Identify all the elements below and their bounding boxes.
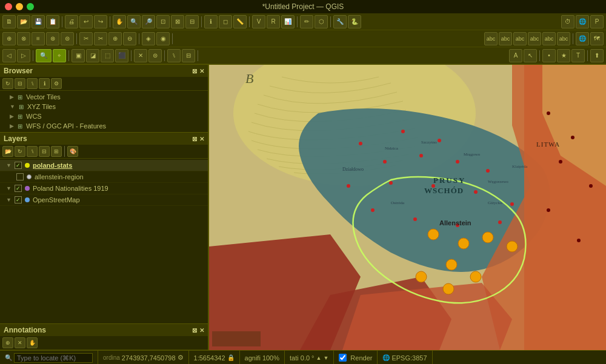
form-button[interactable]: ⊟ (182, 49, 195, 62)
layers-collapse-button[interactable]: ⊟ (39, 146, 50, 157)
add-csv-button[interactable]: 📊 (281, 15, 295, 28)
annotation-add-button[interactable]: ⊕ (2, 337, 13, 348)
layers-settings-icon[interactable]: ✕ (199, 136, 204, 142)
save-project-button[interactable]: 💾 (32, 15, 45, 28)
zoom-layer-button[interactable]: ⊟ (185, 15, 199, 28)
edit-btn-3[interactable]: ⊕ (108, 32, 122, 45)
annotations-settings-icon[interactable]: ✕ (199, 327, 204, 334)
star-button[interactable]: ★ (557, 49, 570, 62)
layers-collapse-icon[interactable]: ⊠ (192, 136, 197, 142)
layer-check-2[interactable] (16, 173, 24, 180)
layers-expand-button[interactable]: ⊞ (51, 146, 62, 157)
label-btn-2[interactable]: abc (499, 32, 512, 45)
label-btn-4[interactable]: abc (528, 32, 541, 45)
layer-btn-2[interactable]: ⊗ (17, 32, 30, 45)
annotation-del-button[interactable]: ✕ (15, 337, 25, 348)
add-vector-button[interactable]: V (252, 15, 265, 28)
zoom-full-button[interactable]: ⊡ (156, 15, 170, 28)
zoom-out-button[interactable]: 🔎 (142, 15, 155, 28)
zoom-in-button[interactable]: 🔍 (127, 15, 141, 28)
print-button[interactable]: 🖨 (65, 15, 78, 28)
maximize-button[interactable] (27, 3, 34, 10)
select-tool-4[interactable]: ⬛ (115, 49, 128, 62)
search-highlight-button[interactable]: ⌖ (53, 49, 66, 62)
browser-refresh[interactable]: ↻ (2, 78, 13, 89)
layer-check-1[interactable]: ✓ (15, 162, 22, 169)
browser-settings-icon[interactable]: ✕ (199, 68, 204, 74)
layer-item-allenstein[interactable]: allenstein-region (0, 171, 208, 183)
browser-item-vector-tiles[interactable]: ▶ ⊞ Vector Tiles (0, 92, 208, 102)
share-button[interactable]: ⬆ (590, 49, 604, 62)
layers-filter-button[interactable]: ⑊ (27, 146, 38, 157)
minimize-button[interactable] (16, 3, 23, 10)
redo-button[interactable]: ↪ (94, 15, 107, 28)
label-btn-5[interactable]: abc (542, 32, 556, 45)
label-btn-6[interactable]: abc (557, 32, 570, 45)
node-tool-button[interactable]: ⬡ (315, 15, 328, 28)
rotation-down-icon[interactable]: ▼ (323, 355, 328, 361)
layer-check-3[interactable]: ✓ (15, 185, 22, 192)
nav-fwd[interactable]: ▷ (17, 49, 30, 62)
identify-button[interactable]: ℹ (204, 15, 218, 28)
layer-item-poland-stats[interactable]: ▼ ✓ poland-stats (0, 160, 208, 171)
browser-item-wfs[interactable]: ▶ ⊞ WFS / OGC API - Features (0, 121, 208, 131)
label-btn-3[interactable]: abc (513, 32, 527, 45)
digitize-button[interactable]: ✏ (300, 15, 313, 28)
zoom-highlight-button[interactable]: 🔍 (36, 49, 52, 62)
invert-select-button[interactable]: ⊜ (148, 49, 162, 62)
text-button[interactable]: T (571, 49, 585, 62)
coordinates-icon[interactable]: ⚙ (178, 354, 184, 362)
browser-item-xyz-tiles[interactable]: ▼ ⊞ XYZ Tiles (0, 102, 208, 111)
render-checkbox[interactable] (339, 354, 347, 362)
plugins-button[interactable]: 🔧 (333, 15, 347, 28)
annotations-collapse-icon[interactable]: ⊠ (192, 327, 197, 334)
status-epsg[interactable]: 🌐 EPSG:3857 (378, 351, 432, 364)
map-area[interactable]: B PRUSY WSCHÓD LITWA Allenstein Działdow… (209, 65, 606, 350)
browser-collapse-all[interactable]: ⊟ (15, 78, 25, 89)
nav-back[interactable]: ◁ (2, 49, 16, 62)
browser-item-wcs[interactable]: ▶ ⊞ WCS (0, 111, 208, 121)
browser-collapse-icon[interactable]: ⊠ (192, 68, 197, 74)
layer-btn-3[interactable]: ≡ (32, 32, 45, 45)
layer-btn-1[interactable]: ⊕ (2, 32, 16, 45)
view-btn-2[interactable]: 🗺 (590, 32, 604, 45)
browser-filter[interactable]: ⑊ (27, 78, 38, 89)
edit-btn-2[interactable]: ✂ (94, 32, 107, 45)
layer-item-nationalities[interactable]: ▼ ✓ Poland Nationalities 1919 (0, 183, 208, 194)
add-raster-button[interactable]: R (267, 15, 280, 28)
close-button[interactable] (5, 3, 12, 10)
open-project-button[interactable]: 📂 (17, 15, 30, 28)
python-button[interactable]: 🐍 (348, 15, 361, 28)
edit-btn-4[interactable]: ⊖ (123, 32, 136, 45)
measure-button[interactable]: 📏 (233, 15, 247, 28)
browser-settings2[interactable]: ⚙ (51, 78, 62, 89)
layer-item-osm[interactable]: ▼ ✓ OpenStreetMap (0, 194, 208, 206)
select-tool-2[interactable]: ◪ (86, 49, 99, 62)
snap-btn-2[interactable]: ◉ (156, 32, 170, 45)
python2-button[interactable]: P (590, 15, 604, 28)
zoom-selection-button[interactable]: ⊠ (171, 15, 184, 28)
layers-style-button[interactable]: 🎨 (67, 146, 78, 157)
deselect-button[interactable]: ✕ (134, 49, 147, 62)
save-as-button[interactable]: 📋 (46, 15, 59, 28)
annotation-move-button[interactable]: ✋ (27, 337, 38, 348)
select-button[interactable]: ◻ (219, 15, 232, 28)
new-project-button[interactable]: 🗎 (2, 15, 16, 28)
layer-btn-5[interactable]: ⊜ (61, 32, 74, 45)
layers-open-button[interactable]: 📂 (2, 146, 13, 157)
layer-check-4[interactable]: ✓ (15, 196, 22, 204)
filter-button[interactable]: ⑊ (167, 49, 181, 62)
locate-input[interactable] (14, 353, 93, 363)
snap-btn-1[interactable]: ◈ (142, 32, 155, 45)
pan-button[interactable]: ✋ (113, 15, 126, 28)
label-btn-1[interactable]: abc (484, 32, 498, 45)
browser-properties[interactable]: ℹ (39, 78, 50, 89)
globe-button[interactable]: 🌐 (576, 15, 589, 28)
cursor-button[interactable]: ↖ (524, 49, 537, 62)
rotation-up-icon[interactable]: ▲ (316, 355, 322, 361)
layer-btn-4[interactable]: ⊛ (46, 32, 59, 45)
select-tool-3[interactable]: ⬚ (101, 49, 114, 62)
select-tool-1[interactable]: ▣ (72, 49, 85, 62)
font-button[interactable]: A (509, 49, 522, 62)
edit-btn-1[interactable]: ✂ (79, 32, 93, 45)
